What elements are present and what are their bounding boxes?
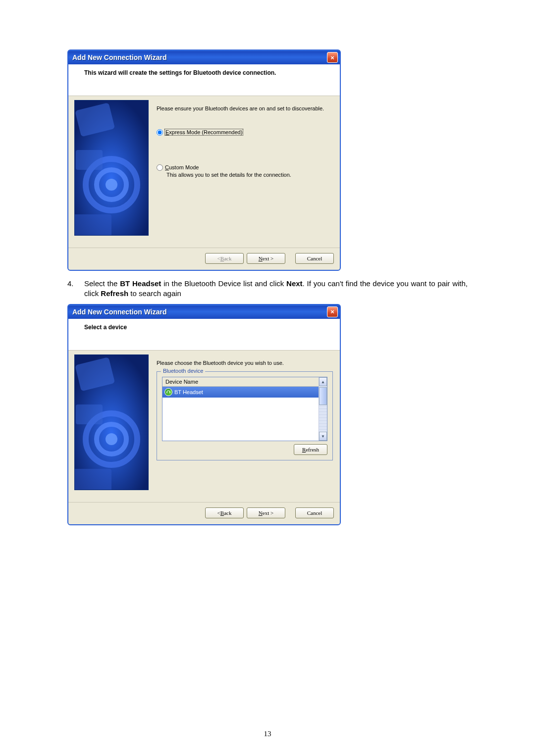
wizard-panel: Please choose the Bluetooth device you w… [156, 354, 334, 498]
svg-rect-14 [166, 392, 167, 393]
svg-rect-15 [169, 392, 170, 393]
titlebar: Add New Connection Wizard × [68, 50, 340, 64]
wizard-dialog-2: Add New Connection Wizard × Select a dev… [67, 304, 341, 525]
bluetooth-device-group: Bluetooth device Device Name BT Headset [157, 371, 333, 460]
cancel-button[interactable]: Cancel [295, 253, 334, 264]
scroll-thumb[interactable] [319, 387, 327, 405]
refresh-button[interactable]: Refresh [294, 444, 327, 455]
page-number: 13 [0, 730, 535, 738]
wizard-footer: < Back Next > Cancel [68, 248, 340, 270]
headset-icon [164, 388, 172, 396]
scroll-track[interactable] [319, 386, 327, 432]
custom-mode-label: Custom Mode [165, 164, 199, 170]
instruction-text: Please ensure your Bluetooth devices are… [157, 105, 333, 112]
titlebar: Add New Connection Wizard × [68, 305, 340, 319]
custom-mode-radio[interactable] [157, 164, 163, 171]
list-item-selected[interactable]: BT Headset [162, 387, 319, 398]
device-name: BT Headset [174, 389, 203, 395]
svg-point-10 [106, 433, 117, 445]
express-mode-radio-row[interactable]: Express Mode (Recommended) [157, 129, 333, 136]
instruction-text: Please choose the Bluetooth device you w… [157, 359, 333, 367]
scroll-up-button[interactable]: ▲ [319, 377, 327, 386]
custom-mode-radio-row[interactable]: Custom Mode [157, 164, 333, 171]
close-icon: × [330, 308, 334, 315]
svg-rect-13 [75, 469, 111, 490]
wizard-body: Please choose the Bluetooth device you w… [68, 351, 340, 502]
list-rows: Device Name BT Headset [162, 377, 319, 441]
wizard-header: Select a device [68, 319, 340, 351]
scrollbar[interactable]: ▲ ▼ [319, 377, 327, 441]
cancel-button[interactable]: Cancel [295, 507, 334, 518]
scroll-down-button[interactable]: ▼ [319, 432, 327, 441]
next-button[interactable]: Next > [247, 253, 285, 264]
wizard-dialog-1: Add New Connection Wizard × This wizard … [67, 50, 341, 271]
svg-point-3 [106, 179, 117, 191]
close-icon: × [330, 54, 334, 61]
svg-rect-5 [76, 150, 103, 170]
step-4-instruction: 4. Select the BT Headset in the Bluetoot… [67, 279, 468, 299]
device-listbox[interactable]: Device Name BT Headset ▲ ▼ [162, 377, 327, 441]
svg-rect-12 [76, 404, 103, 424]
wizard-side-image [74, 100, 149, 236]
close-button[interactable]: × [327, 306, 338, 317]
group-legend: Bluetooth device [161, 368, 205, 374]
back-button[interactable]: < Back [205, 507, 244, 518]
wizard-footer: < Back Next > Cancel [68, 502, 340, 524]
svg-rect-6 [75, 214, 111, 235]
wizard-panel: Please ensure your Bluetooth devices are… [156, 100, 334, 244]
column-header[interactable]: Device Name [162, 377, 319, 387]
wizard-header: This wizard will create the settings for… [68, 64, 340, 96]
express-mode-radio[interactable] [157, 129, 163, 136]
window-title: Add New Connection Wizard [72, 308, 327, 316]
custom-mode-description: This allows you to set the details for t… [166, 172, 333, 178]
next-button[interactable]: Next > [247, 507, 285, 518]
step-body: Select the BT Headset in the Bluetooth D… [84, 279, 468, 299]
window-title: Add New Connection Wizard [72, 53, 327, 61]
wizard-header-text: Select a device [75, 324, 333, 331]
express-mode-label: Express Mode (Recommended) [165, 129, 243, 135]
back-button: < Back [205, 253, 244, 264]
step-number: 4. [67, 279, 84, 299]
wizard-side-image [74, 354, 149, 490]
wizard-body: Please ensure your Bluetooth devices are… [68, 96, 340, 248]
wizard-header-text: This wizard will create the settings for… [75, 69, 333, 76]
close-button[interactable]: × [327, 52, 338, 63]
